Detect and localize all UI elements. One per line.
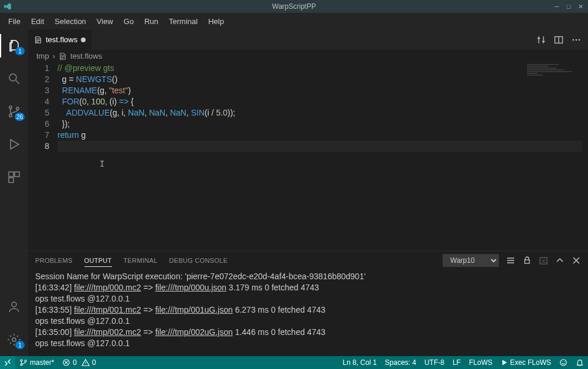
code-line[interactable]: g = NEWGTS() (57, 74, 582, 85)
window-minimize-icon[interactable]: ─ (552, 2, 562, 11)
scm-badge: 26 (15, 113, 25, 121)
output-link[interactable]: file:///tmp/000.mc2 (74, 283, 141, 292)
menu-go[interactable]: Go (119, 15, 138, 28)
close-panel-icon[interactable] (572, 256, 581, 265)
tab-label: test.flows (46, 35, 77, 44)
status-eol[interactable]: LF (448, 358, 465, 367)
svg-rect-6 (15, 172, 19, 177)
activity-explorer[interactable]: 1 (0, 34, 28, 57)
activity-settings[interactable]: 1 (0, 328, 28, 351)
menu-run[interactable]: Run (140, 15, 163, 28)
code-line[interactable]: RENAME(g, "test") (57, 85, 582, 96)
breadcrumb-root[interactable]: tmp (36, 52, 49, 60)
clear-output-icon[interactable] (539, 256, 548, 265)
panel-tab-debug-console[interactable]: Debug Console (169, 255, 228, 266)
status-exec-flows[interactable]: Exec FLoWS (497, 358, 555, 367)
status-errors[interactable]: 0 0 (58, 356, 100, 369)
chevron-right-icon: › (53, 52, 55, 60)
output-link[interactable]: file:///tmp/002uG.json (155, 327, 233, 337)
activity-run-debug[interactable] (0, 133, 28, 156)
activity-extensions[interactable] (0, 165, 28, 189)
svg-point-13 (576, 39, 577, 40)
exec-label: Exec FLoWS (510, 358, 551, 367)
menu-selection[interactable]: Selection (50, 15, 90, 28)
activity-bar: 1 26 1 (0, 29, 28, 356)
window-titlebar: WarpScriptPP ─ □ ✕ (0, 0, 588, 13)
svg-point-3 (9, 114, 12, 117)
output-line: [16:35:00] file:///tmp/002.mc2 => file:/… (35, 327, 581, 338)
play-bug-icon (7, 137, 21, 151)
code-line[interactable]: FOR(0, 100, (i) => { (57, 96, 582, 107)
status-notifications[interactable] (572, 358, 588, 367)
menu-file[interactable]: File (4, 15, 25, 28)
branch-label: master* (30, 358, 54, 367)
output-channel-select[interactable]: Warp10 (443, 254, 499, 267)
branch-icon (19, 358, 28, 367)
window-close-icon[interactable]: ✕ (575, 2, 586, 11)
eol-label: LF (453, 358, 461, 367)
encoding-label: UTF-8 (424, 358, 444, 367)
status-branch[interactable]: master* (15, 356, 58, 369)
code-line[interactable]: }); (57, 119, 582, 130)
menu-terminal[interactable]: Terminal (164, 15, 202, 28)
error-count: 0 (73, 358, 77, 367)
breadcrumbs[interactable]: tmp › test.flows (28, 50, 588, 63)
status-feedback[interactable] (555, 358, 572, 367)
status-indent[interactable]: Spaces: 4 (381, 358, 420, 367)
search-icon (7, 72, 21, 86)
chevron-up-icon[interactable] (555, 256, 565, 265)
line-number: 3 (28, 85, 49, 96)
activity-source-control[interactable]: 26 (0, 100, 28, 123)
svg-point-21 (560, 360, 567, 366)
window-maximize-icon[interactable]: □ (563, 2, 574, 11)
code-line[interactable]: return g (57, 130, 582, 141)
svg-line-1 (16, 80, 19, 84)
svg-point-0 (9, 74, 16, 81)
breadcrumb-file[interactable]: test.flows (70, 52, 102, 60)
more-actions-icon[interactable] (572, 35, 581, 45)
status-language[interactable]: FLoWS (465, 358, 497, 367)
svg-point-17 (21, 360, 22, 361)
bell-icon (576, 358, 584, 367)
output-link[interactable]: file:///tmp/002.mc2 (74, 327, 141, 337)
feedback-icon (559, 358, 567, 367)
code-line[interactable]: ADDVALUE(g, i, NaN, NaN, NaN, SIN(i / 5.… (57, 107, 582, 119)
svg-rect-15 (525, 260, 529, 263)
output-line: [16:33:42] file:///tmp/000.mc2 => file:/… (35, 282, 581, 293)
lock-icon[interactable] (522, 256, 532, 265)
status-cursor-pos[interactable]: Ln 8, Col 1 (339, 358, 381, 367)
menu-view[interactable]: View (92, 15, 118, 28)
play-icon (501, 359, 508, 366)
account-icon (7, 300, 21, 314)
menu-edit[interactable]: Edit (26, 15, 49, 28)
tab-test-flows[interactable]: test.flows (28, 29, 92, 50)
activity-search[interactable] (0, 67, 28, 90)
line-gutter: 12345678 (28, 63, 57, 250)
minimap[interactable] (527, 64, 580, 87)
remote-indicator[interactable] (0, 356, 15, 369)
output-link[interactable]: file:///tmp/000u.json (155, 283, 226, 292)
code-line[interactable]: // @preview gts (57, 63, 582, 74)
output-link[interactable]: file:///tmp/001.mc2 (74, 305, 141, 314)
list-icon[interactable] (506, 256, 515, 265)
panel-tab-terminal[interactable]: Terminal (124, 255, 158, 266)
output-link[interactable]: file:///tmp/001uG.json (155, 305, 233, 314)
code-content[interactable]: // @preview gts g = NEWGTS() RENAME(g, "… (57, 63, 588, 250)
tab-dirty-indicator (81, 38, 86, 42)
split-editor-icon[interactable] (554, 35, 563, 45)
menu-help[interactable]: Help (203, 15, 229, 28)
warning-icon (81, 358, 90, 367)
output-body[interactable]: Session Name for WarpScript execution: '… (28, 270, 588, 356)
lang-label: FLoWS (469, 358, 492, 367)
panel-tab-output[interactable]: Output (84, 255, 112, 267)
code-line[interactable] (57, 141, 582, 152)
compare-changes-icon[interactable] (536, 35, 546, 45)
text-cursor: I (100, 159, 104, 170)
code-editor[interactable]: 12345678 // @preview gts g = NEWGTS() RE… (28, 63, 588, 250)
activity-accounts[interactable] (0, 295, 28, 319)
status-encoding[interactable]: UTF-8 (420, 358, 448, 367)
menu-bar: File Edit Selection View Go Run Terminal… (0, 13, 588, 29)
settings-badge: 1 (15, 341, 25, 349)
panel-tab-problems[interactable]: Problems (35, 255, 73, 266)
line-number: 8 (28, 141, 49, 152)
